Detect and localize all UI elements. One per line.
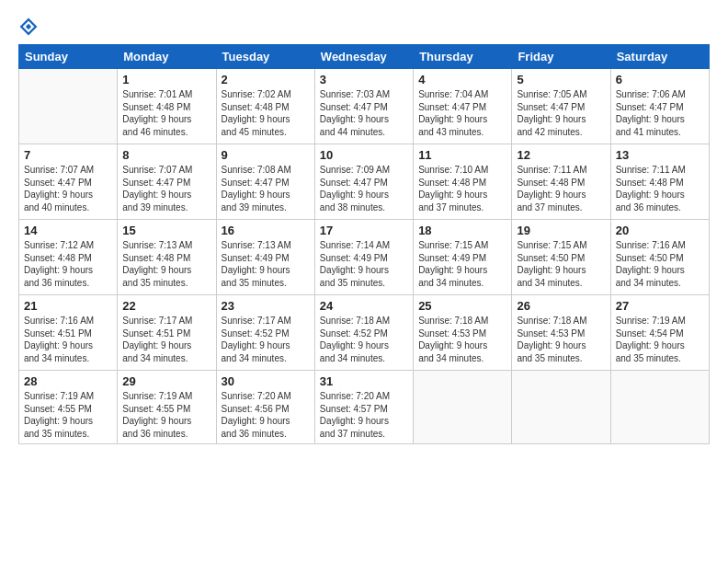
day-info: Sunrise: 7:08 AMSunset: 4:47 PMDaylight:…	[222, 164, 310, 213]
day-number: 28	[24, 374, 112, 388]
calendar: SundayMondayTuesdayWednesdayThursdayFrid…	[18, 44, 710, 444]
day-info: Sunrise: 7:01 AMSunset: 4:48 PMDaylight:…	[122, 88, 210, 138]
calendar-cell: 13Sunrise: 7:11 AMSunset: 4:48 PMDayligh…	[610, 144, 709, 220]
calendar-cell: 2Sunrise: 7:02 AMSunset: 4:48 PMDaylight…	[216, 69, 314, 144]
day-number: 13	[616, 148, 704, 162]
calendar-cell: 16Sunrise: 7:13 AMSunset: 4:49 PMDayligh…	[216, 220, 314, 295]
calendar-cell: 4Sunrise: 7:04 AMSunset: 4:47 PMDaylight…	[414, 69, 512, 144]
day-number: 10	[320, 148, 408, 162]
day-number: 18	[418, 224, 506, 237]
day-info: Sunrise: 7:03 AMSunset: 4:47 PMDaylight:…	[320, 88, 408, 138]
weekday-header-sunday: Sunday	[19, 45, 118, 69]
day-number: 31	[320, 374, 408, 388]
calendar-cell: 10Sunrise: 7:09 AMSunset: 4:47 PMDayligh…	[314, 144, 413, 220]
weekday-header-thursday: Thursday	[414, 45, 512, 69]
day-number: 12	[517, 148, 605, 162]
day-info: Sunrise: 7:06 AMSunset: 4:47 PMDaylight:…	[616, 88, 704, 138]
day-info: Sunrise: 7:18 AMSunset: 4:53 PMDaylight:…	[418, 315, 506, 364]
calendar-cell: 20Sunrise: 7:16 AMSunset: 4:50 PMDayligh…	[610, 220, 709, 295]
calendar-cell: 25Sunrise: 7:18 AMSunset: 4:53 PMDayligh…	[414, 295, 512, 371]
calendar-cell: 11Sunrise: 7:10 AMSunset: 4:48 PMDayligh…	[414, 144, 512, 220]
day-info: Sunrise: 7:13 AMSunset: 4:49 PMDaylight:…	[222, 239, 310, 289]
day-number: 17	[320, 224, 408, 237]
day-number: 14	[24, 224, 112, 237]
day-info: Sunrise: 7:11 AMSunset: 4:48 PMDaylight:…	[517, 164, 605, 213]
day-number: 4	[418, 73, 506, 86]
calendar-cell: 15Sunrise: 7:13 AMSunset: 4:48 PMDayligh…	[118, 220, 216, 295]
weekday-header-friday: Friday	[512, 45, 610, 69]
day-number: 7	[24, 148, 112, 162]
day-info: Sunrise: 7:04 AMSunset: 4:47 PMDaylight:…	[418, 88, 506, 138]
day-info: Sunrise: 7:20 AMSunset: 4:57 PMDaylight:…	[320, 390, 408, 440]
calendar-cell: 22Sunrise: 7:17 AMSunset: 4:51 PMDayligh…	[118, 295, 216, 371]
day-number: 29	[122, 374, 210, 388]
day-info: Sunrise: 7:19 AMSunset: 4:55 PMDaylight:…	[24, 390, 112, 440]
day-number: 30	[222, 374, 310, 388]
day-number: 1	[122, 73, 210, 86]
day-info: Sunrise: 7:19 AMSunset: 4:55 PMDaylight:…	[122, 390, 210, 440]
calendar-cell: 12Sunrise: 7:11 AMSunset: 4:48 PMDayligh…	[512, 144, 610, 220]
day-info: Sunrise: 7:16 AMSunset: 4:51 PMDaylight:…	[24, 315, 112, 364]
calendar-cell	[512, 371, 610, 444]
day-number: 20	[616, 224, 704, 237]
calendar-cell: 17Sunrise: 7:14 AMSunset: 4:49 PMDayligh…	[314, 220, 413, 295]
day-number: 27	[616, 299, 704, 313]
calendar-cell: 5Sunrise: 7:05 AMSunset: 4:47 PMDaylight…	[512, 69, 610, 144]
calendar-cell: 28Sunrise: 7:19 AMSunset: 4:55 PMDayligh…	[19, 371, 118, 444]
day-info: Sunrise: 7:14 AMSunset: 4:49 PMDaylight:…	[320, 239, 408, 289]
day-number: 25	[418, 299, 506, 313]
calendar-cell: 26Sunrise: 7:18 AMSunset: 4:53 PMDayligh…	[512, 295, 610, 371]
calendar-cell	[610, 371, 709, 444]
day-info: Sunrise: 7:17 AMSunset: 4:51 PMDaylight:…	[122, 315, 210, 364]
day-number: 9	[222, 148, 310, 162]
day-info: Sunrise: 7:16 AMSunset: 4:50 PMDaylight:…	[616, 239, 704, 289]
calendar-cell: 3Sunrise: 7:03 AMSunset: 4:47 PMDaylight…	[314, 69, 413, 144]
calendar-cell: 7Sunrise: 7:07 AMSunset: 4:47 PMDaylight…	[19, 144, 118, 220]
logo	[18, 17, 42, 37]
day-number: 23	[222, 299, 310, 313]
day-info: Sunrise: 7:12 AMSunset: 4:48 PMDaylight:…	[24, 239, 112, 289]
day-number: 11	[418, 148, 506, 162]
day-number: 22	[122, 299, 210, 313]
weekday-header-tuesday: Tuesday	[216, 45, 314, 69]
calendar-cell: 27Sunrise: 7:19 AMSunset: 4:54 PMDayligh…	[610, 295, 709, 371]
day-info: Sunrise: 7:07 AMSunset: 4:47 PMDaylight:…	[122, 164, 210, 213]
day-info: Sunrise: 7:13 AMSunset: 4:48 PMDaylight:…	[122, 239, 210, 289]
day-info: Sunrise: 7:20 AMSunset: 4:56 PMDaylight:…	[222, 390, 310, 440]
day-info: Sunrise: 7:19 AMSunset: 4:54 PMDaylight:…	[616, 315, 704, 364]
day-number: 3	[320, 73, 408, 86]
day-number: 21	[24, 299, 112, 313]
calendar-cell: 18Sunrise: 7:15 AMSunset: 4:49 PMDayligh…	[414, 220, 512, 295]
calendar-cell: 19Sunrise: 7:15 AMSunset: 4:50 PMDayligh…	[512, 220, 610, 295]
day-number: 24	[320, 299, 408, 313]
day-info: Sunrise: 7:07 AMSunset: 4:47 PMDaylight:…	[24, 164, 112, 213]
calendar-cell: 29Sunrise: 7:19 AMSunset: 4:55 PMDayligh…	[118, 371, 216, 444]
day-info: Sunrise: 7:11 AMSunset: 4:48 PMDaylight:…	[616, 164, 704, 213]
calendar-cell: 8Sunrise: 7:07 AMSunset: 4:47 PMDaylight…	[118, 144, 216, 220]
calendar-cell: 31Sunrise: 7:20 AMSunset: 4:57 PMDayligh…	[314, 371, 413, 444]
calendar-cell: 21Sunrise: 7:16 AMSunset: 4:51 PMDayligh…	[19, 295, 118, 371]
day-info: Sunrise: 7:09 AMSunset: 4:47 PMDaylight:…	[320, 164, 408, 213]
day-info: Sunrise: 7:10 AMSunset: 4:48 PMDaylight:…	[418, 164, 506, 213]
day-number: 5	[517, 73, 605, 86]
day-info: Sunrise: 7:05 AMSunset: 4:47 PMDaylight:…	[517, 88, 605, 138]
day-number: 2	[222, 73, 310, 86]
day-info: Sunrise: 7:18 AMSunset: 4:53 PMDaylight:…	[517, 315, 605, 364]
calendar-cell: 30Sunrise: 7:20 AMSunset: 4:56 PMDayligh…	[216, 371, 314, 444]
day-number: 19	[517, 224, 605, 237]
calendar-cell: 24Sunrise: 7:18 AMSunset: 4:52 PMDayligh…	[314, 295, 413, 371]
calendar-cell	[414, 371, 512, 444]
day-info: Sunrise: 7:17 AMSunset: 4:52 PMDaylight:…	[222, 315, 310, 364]
calendar-cell: 14Sunrise: 7:12 AMSunset: 4:48 PMDayligh…	[19, 220, 118, 295]
day-number: 15	[122, 224, 210, 237]
weekday-header-wednesday: Wednesday	[314, 45, 413, 69]
day-number: 26	[517, 299, 605, 313]
logo-icon	[18, 17, 39, 37]
day-info: Sunrise: 7:15 AMSunset: 4:50 PMDaylight:…	[517, 239, 605, 289]
calendar-cell: 1Sunrise: 7:01 AMSunset: 4:48 PMDaylight…	[118, 69, 216, 144]
weekday-header-saturday: Saturday	[610, 45, 709, 69]
day-number: 8	[122, 148, 210, 162]
day-info: Sunrise: 7:15 AMSunset: 4:49 PMDaylight:…	[418, 239, 506, 289]
day-number: 6	[616, 73, 704, 86]
calendar-cell: 6Sunrise: 7:06 AMSunset: 4:47 PMDaylight…	[610, 69, 709, 144]
